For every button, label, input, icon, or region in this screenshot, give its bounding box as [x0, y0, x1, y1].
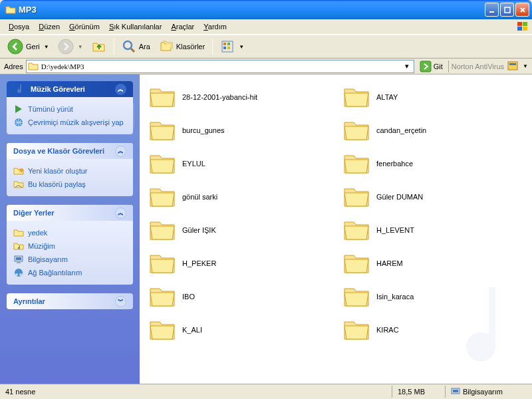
svg-rect-16 [509, 63, 516, 65]
status-bar: 41 nesne 18,5 MB Bilgisayarım [0, 384, 532, 399]
minimize-button[interactable] [485, 3, 499, 17]
folder-label: H_LEVENT [376, 226, 414, 234]
folders-button[interactable]: Klasörler [156, 38, 208, 55]
up-button[interactable] [88, 38, 110, 55]
folder-label: fenerbahce [376, 160, 413, 168]
menu-duzen[interactable]: Düzen [34, 21, 65, 32]
svg-rect-2 [517, 22, 522, 26]
panel-title: Diğer Yerler [13, 209, 55, 217]
folder-label: candan_erçetin [376, 126, 426, 134]
folder-label: burcu_gunes [182, 126, 225, 134]
views-button[interactable]: ▼ [217, 38, 247, 55]
details-header[interactable]: Ayrıntılar ︾ [7, 293, 133, 309]
status-location: Bilgisayarım [446, 386, 532, 398]
music-folder-icon [13, 241, 24, 251]
folder-item[interactable]: Güler DUMAN [339, 181, 527, 213]
folder-up-icon [92, 39, 106, 54]
folder-item[interactable]: Güler IŞIK [145, 214, 332, 246]
folder-item[interactable]: gönül sarki [145, 181, 332, 213]
svg-rect-3 [523, 22, 527, 26]
folder-label: IBO [182, 293, 195, 301]
folder-label: EYLUL [182, 160, 205, 168]
computer-icon [13, 254, 24, 265]
folder-item[interactable]: H_LEVENT [339, 214, 527, 246]
music-tasks-header[interactable]: Müzik Görevleri ︽ [7, 81, 133, 97]
search-icon [122, 39, 136, 54]
folder-item[interactable]: 28-12-2001-yabanci-hit [145, 81, 332, 113]
folder-icon [13, 227, 24, 238]
norton-label[interactable]: Norton AntiVirus [452, 63, 504, 70]
svg-rect-15 [508, 62, 517, 70]
link-label: Çevrimiçi müzik alışverişi yap [28, 118, 124, 126]
folder-icon [148, 150, 177, 177]
place-yedek[interactable]: yedek [13, 226, 126, 239]
address-input[interactable] [39, 63, 402, 70]
folder-icon [148, 184, 177, 210]
network-icon [13, 267, 24, 278]
collapse-icon: ︽ [115, 146, 126, 157]
folder-item[interactable]: fenerbahce [339, 148, 527, 180]
search-button[interactable]: Ara [118, 38, 154, 55]
folder-icon [148, 84, 177, 110]
dropdown-icon: ▼ [78, 44, 83, 50]
forward-icon [58, 39, 74, 55]
menu-yardim[interactable]: Yardım [199, 21, 231, 32]
menu-araclar[interactable]: Araçlar [166, 21, 199, 32]
new-folder-link[interactable]: Yeni klasör oluştur [13, 164, 126, 178]
folder-item[interactable]: HAREM [339, 247, 527, 279]
norton-icon[interactable] [507, 61, 519, 72]
svg-rect-10 [223, 43, 226, 45]
folder-item[interactable]: EYLUL [145, 148, 332, 180]
collapse-icon: ︽ [115, 207, 126, 219]
toolbar: Geri ▼ ▼ Ara Klasörler ▼ [0, 35, 532, 59]
content-area[interactable]: 28-12-2001-yabanci-hitALTAYburcu_gunesca… [140, 74, 532, 384]
folder-icon [148, 317, 177, 343]
address-field[interactable]: ▾ [26, 60, 414, 73]
close-button[interactable] [515, 3, 529, 17]
go-button[interactable]: Git [417, 60, 446, 73]
folder-item[interactable]: ALTAY [339, 81, 527, 113]
link-label: Bilgisayarım [28, 255, 68, 263]
folder-item[interactable]: H_PEKER [145, 247, 332, 279]
folder-item[interactable]: Isin_karaca [339, 281, 527, 313]
place-network[interactable]: Ağ Bağlantılarım [13, 266, 126, 279]
menu-bar: Dosya Düzen Görünüm Sık Kullanılanlar Ar… [0, 19, 532, 35]
windows-flag-icon [516, 21, 529, 33]
forward-button[interactable]: ▼ [55, 37, 86, 56]
share-folder-icon [13, 179, 24, 190]
svg-rect-19 [16, 257, 21, 260]
menu-sik[interactable]: Sık Kullanılanlar [104, 21, 167, 32]
computer-icon [451, 387, 460, 396]
title-bar: MP3 [0, 0, 532, 19]
link-label: Yeni klasör oluştur [28, 167, 87, 175]
svg-rect-1 [505, 7, 510, 13]
other-places-header[interactable]: Diğer Yerler ︽ [7, 205, 133, 221]
folder-label: gönül sarki [182, 193, 217, 201]
go-label: Git [434, 63, 443, 70]
place-bilgisayarim[interactable]: Bilgisayarım [13, 253, 126, 266]
folder-item[interactable]: IBO [145, 281, 332, 313]
folders-icon [159, 39, 174, 54]
menu-gorunum[interactable]: Görünüm [65, 21, 104, 32]
link-label: Tümünü yürüt [28, 105, 73, 113]
share-folder-link[interactable]: Bu klasörü paylaş [13, 178, 126, 191]
back-button[interactable]: Geri ▼ [4, 37, 53, 56]
window-title: MP3 [19, 5, 485, 15]
svg-rect-13 [227, 47, 230, 49]
folder-item[interactable]: K_ALI [145, 314, 332, 346]
folder-item[interactable]: KIRAC [339, 314, 527, 346]
menu-dosya[interactable]: Dosya [4, 21, 34, 32]
folder-item[interactable]: candan_erçetin [339, 114, 527, 146]
status-count: 41 nesne [0, 386, 392, 398]
svg-rect-12 [223, 47, 226, 49]
folder-item[interactable]: burcu_gunes [145, 114, 332, 146]
shop-music-link[interactable]: Çevrimiçi müzik alışverişi yap [13, 116, 126, 129]
file-tasks-header[interactable]: Dosya ve Klasör Görevleri ︽ [7, 143, 133, 159]
maximize-button[interactable] [500, 3, 514, 17]
address-dropdown[interactable]: ▾ [402, 62, 412, 70]
go-icon [420, 61, 432, 72]
play-all-link[interactable]: Tümünü yürüt [13, 102, 126, 116]
link-label: yedek [28, 229, 47, 237]
folder-label: H_PEKER [182, 259, 216, 267]
place-muzigim[interactable]: Müziğim [13, 239, 126, 253]
